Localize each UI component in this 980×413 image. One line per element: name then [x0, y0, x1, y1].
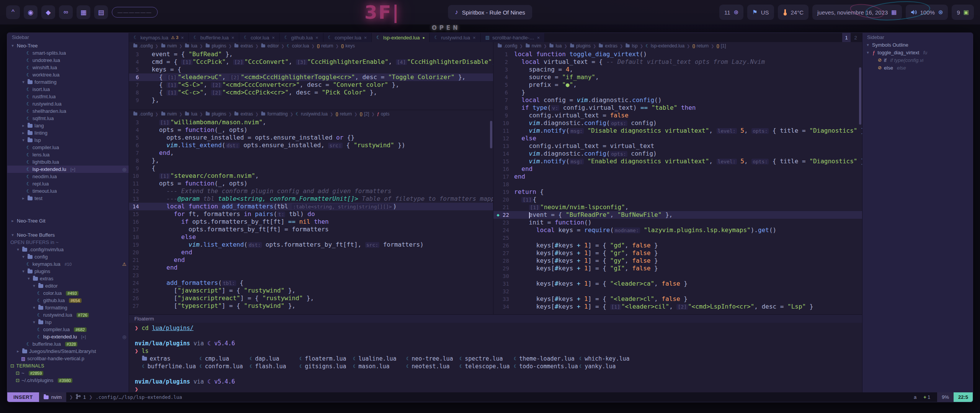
tree-item[interactable]: ☾repl.lua	[7, 180, 129, 187]
code-line[interactable]: 14 local function add_formatters(tbl :ta…	[129, 203, 493, 210]
outline-item[interactable]: ⊘elseelse	[862, 64, 973, 72]
file-entry[interactable]: ☾dap.lua	[250, 355, 299, 362]
code-line[interactable]: 16 end	[493, 165, 862, 173]
code-line[interactable]: 5 opts.ensure_installed = opts.ensure_in…	[129, 134, 493, 141]
tree-item[interactable]: ▾formatting	[7, 78, 129, 86]
file-entry[interactable]: ☾spectre.lua	[459, 355, 514, 362]
code-line[interactable]: ◆22 event = { "BufReadPre", "BufNewFile"…	[493, 211, 862, 219]
code-line[interactable]: 22 end	[129, 264, 493, 272]
code-line[interactable]: 3 event = { "BufRead" },	[129, 50, 493, 58]
code-line[interactable]: 21 end	[129, 256, 493, 264]
editor-pane-color[interactable]: .config❯nvim❯lua❯plugins❯extras❯editor❯☾…	[129, 42, 493, 110]
tree-item[interactable]: ☾lens.lua	[7, 151, 129, 158]
tab-github-lua[interactable]: ☾github.lua×	[280, 33, 323, 42]
tree-item[interactable]: ☾lsp-extended.lu[+]◎	[7, 333, 129, 340]
code-line[interactable]: 24 add_formatters(tbl: {	[129, 279, 493, 287]
tab-color-lua[interactable]: ☾color.lua×	[239, 33, 280, 42]
tree-item[interactable]: ☾compiler.lua#682	[7, 326, 129, 333]
tree-item[interactable]: ☾bufferline.lua#328	[7, 340, 129, 348]
breadcrumb-item[interactable]: extras	[598, 43, 617, 49]
breadcrumb-item[interactable]: plugins	[205, 43, 226, 49]
tree-item[interactable]: ☾rustywind.lua#726	[7, 311, 129, 319]
code-line[interactable]: 8 { [1]"<C-c>", [2]"<cmd>CccPick<cr>", d…	[129, 89, 493, 96]
tab-bufferline-lua[interactable]: ☾bufferline.lua×	[189, 33, 239, 42]
tree-section-header[interactable]: ▸Neo-Tree Git	[7, 217, 129, 224]
code-line[interactable]: 23	[129, 272, 493, 279]
code-line[interactable]: 29 keys[#keys + 1] = { "gI", false }	[493, 265, 862, 272]
code-line[interactable]: 25	[493, 234, 862, 242]
code-line[interactable]: 5 keys = {	[129, 66, 493, 73]
code-line[interactable]: 14 vim.diagnostic.config(opts: config)	[493, 150, 862, 158]
code-line[interactable]: 19return {	[493, 188, 862, 196]
outline-item[interactable]: ⊘ifif type(config.vi	[862, 56, 973, 64]
editor-pane-rustywind[interactable]: .config❯nvim❯lua❯plugins❯extras❯formatti…	[129, 110, 493, 314]
code-line[interactable]: 4 source = "if_many",	[493, 73, 862, 81]
tree-item[interactable]: ▸test	[7, 195, 129, 202]
code-line[interactable]: 4 cmd = { [1]"CccPick", [2]"CccConvert",…	[129, 58, 493, 66]
breadcrumb-item[interactable]: nvim	[161, 43, 177, 49]
tabpage-2[interactable]: 2	[851, 33, 860, 42]
tree-item[interactable]: ▾.config/nvim/lua	[7, 246, 129, 253]
code-line[interactable]: 5 prefix = "●",	[493, 81, 862, 89]
tab-compiler-lua[interactable]: ☾compiler.lua×	[323, 33, 372, 42]
breadcrumb-item[interactable]: .config	[133, 111, 153, 117]
code-line[interactable]: 7 { [1]"<S-C>", [2]"<cmd>CccConvert<cr>"…	[129, 81, 493, 89]
breadcrumb-item[interactable]: .config	[497, 43, 517, 49]
tree-section-header[interactable]: ▾Neo-Tree	[7, 42, 129, 49]
code-line[interactable]: 27 ["typescript"] = { "rustywind" },	[129, 302, 493, 310]
file-entry[interactable]: ☾lualine.lua	[353, 355, 406, 362]
code-line[interactable]: 6 { [1]"<leader>uC", [2]"<cmd>CccHighlig…	[129, 73, 493, 81]
code-line[interactable]: 9 },	[129, 96, 493, 104]
tree-item[interactable]: ▾extras	[7, 275, 129, 282]
close-icon[interactable]: ×	[364, 35, 367, 41]
file-entry[interactable]: ☾floaterm.lua	[299, 355, 353, 362]
code-line[interactable]: 15 for ft, formatters in pairs(t: tbl) d…	[129, 210, 493, 218]
close-icon[interactable]: ×	[473, 35, 476, 41]
editor-pane-lsp-extended[interactable]: .config❯nvim❯lua❯plugins❯extras❯lsp❯☾lsp…	[493, 42, 862, 314]
breadcrumb-item[interactable]: extras	[234, 111, 253, 117]
breadcrumb-item[interactable]: lsp	[625, 43, 637, 49]
close-icon[interactable]: ×	[315, 35, 318, 41]
file-entry[interactable]: ☾which-key.lua	[579, 355, 862, 362]
breadcrumb-item[interactable]: extras	[234, 43, 253, 49]
tree-item[interactable]: ▸linting	[7, 129, 129, 137]
code-line[interactable]: 24 local keys = require(modname: "lazyvi…	[493, 226, 862, 234]
breadcrumb-item[interactable]: lua	[185, 43, 197, 49]
code-line[interactable]: 8 },	[129, 157, 493, 164]
code-line[interactable]: 21 [1]"neovim/nvim-lspconfig",	[493, 203, 862, 211]
tree-item[interactable]: ▾lsp	[7, 137, 129, 144]
tab-lsp-extended-lua[interactable]: ☾lsp-extended.lua●	[372, 33, 430, 42]
close-icon[interactable]: ×	[537, 35, 540, 41]
code-line[interactable]: 26 ["javascriptreact"] = { "rustywind" }…	[129, 294, 493, 302]
tree-item[interactable]: ☾undotree.lua	[7, 57, 129, 64]
breadcrumb-item[interactable]: lua	[549, 43, 562, 49]
terminal-line[interactable]: ❯	[135, 385, 862, 392]
code-buffer-rustywind[interactable]: 3 [1]"williamboman/mason.nvim",4 opts = …	[129, 118, 493, 310]
breadcrumb-item[interactable]: {}return	[692, 43, 709, 49]
breadcrumb-item[interactable]: {}return	[335, 111, 352, 117]
tree-item[interactable]: ▾editor	[7, 282, 129, 289]
tree-item[interactable]: ☾lsp-extended.lu[+]◎	[7, 166, 129, 173]
tabpage-1[interactable]: 1	[842, 33, 851, 42]
code-line[interactable]: 19 vim.list_extend(dst: opts.formatters_…	[129, 241, 493, 249]
code-line[interactable]: 6 }	[493, 89, 862, 96]
breadcrumb-item[interactable]: ☾rustywind.lua	[296, 111, 328, 117]
file-entry[interactable]: ☾theme-loader.lua	[514, 355, 579, 362]
updates-widget[interactable]: 11⊛	[719, 5, 743, 20]
tree-item[interactable]: ▾formatting	[7, 304, 129, 311]
apps-grid-button[interactable]: ▦	[77, 5, 90, 19]
scrollbar[interactable]	[859, 67, 861, 125]
code-line[interactable]: 30	[493, 272, 862, 280]
breadcrumb-item[interactable]: {}[2]	[360, 111, 369, 117]
code-line[interactable]: 3 spacing = 4,	[493, 66, 862, 73]
code-line[interactable]: 4 opts = function(_, opts)	[129, 126, 493, 134]
outline-section-header[interactable]: ▾ Symbols Outline	[862, 41, 973, 49]
tree-item[interactable]: ⊡~/.c/n/l/plugins#3980	[7, 377, 129, 384]
tree-item[interactable]: ☾worktree.lua	[7, 71, 129, 78]
tree-item[interactable]: ☾shellharden.lua	[7, 107, 129, 115]
taskbar-window-pill[interactable]: ——————	[112, 7, 158, 18]
tree-item[interactable]: ☾neodim.lua	[7, 173, 129, 180]
close-icon[interactable]: ×	[272, 35, 275, 41]
weather-widget[interactable]: 24°C	[778, 5, 809, 20]
file-entry[interactable]: ☾flash.lua	[250, 363, 299, 370]
